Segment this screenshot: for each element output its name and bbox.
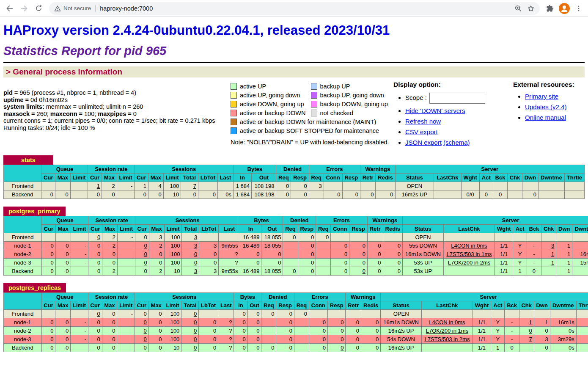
cell-econ: 0	[331, 242, 349, 250]
display-option-link[interactable]: Refresh now	[405, 118, 441, 125]
column-header-smax: Max	[149, 225, 164, 233]
proxy-name[interactable]: postgres_replicas	[3, 283, 66, 292]
display-option-link[interactable]: Hide 'DOWN' servers	[405, 107, 465, 114]
external-resource-link[interactable]: Updates (v2.4)	[525, 103, 566, 110]
display-option-link[interactable]: (schema)	[443, 139, 470, 146]
column-group-header: Sessions	[135, 293, 234, 301]
column-header-thrtle: Thrtle	[576, 301, 588, 310]
cell-wretr: 0	[346, 335, 361, 344]
proxy-name[interactable]: postgres_primary	[3, 207, 66, 216]
cell-lbtot: 0	[199, 335, 218, 344]
cell-qlimit	[70, 182, 88, 190]
cell-bck: -	[527, 242, 541, 250]
cell-status: 16m2s UP	[381, 327, 422, 335]
display-option-link[interactable]: JSON export	[405, 139, 442, 146]
cell-rate-cur: 0	[88, 259, 102, 267]
back-button[interactable]	[3, 1, 17, 16]
extensions-icon[interactable]	[543, 4, 557, 13]
stats-table: QueueSession rateSessionsBytesDeniedErro…	[3, 216, 588, 276]
column-group-header: Session rate	[88, 216, 135, 225]
section-heading: > General process information	[3, 66, 585, 77]
cell-rate-max: 0	[102, 190, 117, 199]
cell-econ: 0	[309, 335, 327, 344]
profile-avatar[interactable]	[557, 3, 572, 14]
cell-last: 9m55s	[219, 242, 240, 250]
cell-eresp: 0	[327, 318, 346, 327]
cell-rate-cur: 1	[88, 182, 102, 190]
cell-weight: 1/1	[495, 242, 513, 250]
not-secure-label: Not secure	[63, 5, 91, 11]
scope-input[interactable]	[429, 93, 485, 104]
cell-bck	[493, 182, 507, 190]
column-header-chk: Chk	[541, 225, 556, 233]
cell-act: Y	[513, 259, 527, 267]
cell-status: 53s UP	[402, 267, 443, 276]
column-header-bck: Bck	[493, 174, 507, 182]
cell-eresp: 0	[349, 242, 368, 250]
process-info-line: maxsock = 260; maxconn = 100; maxpipes =…	[3, 110, 231, 118]
forward-button[interactable]	[17, 1, 31, 16]
column-group-header: Server	[381, 293, 588, 301]
cell-lbtot: 0	[198, 190, 217, 199]
row-name: node-1	[4, 318, 42, 327]
cell-chk	[519, 344, 534, 352]
display-option-link[interactable]: CSV export	[405, 128, 438, 135]
column-group-header: Denied	[283, 216, 316, 225]
cell-bytes-out: 18 055	[261, 233, 283, 242]
legend-label: active DOWN, going up	[237, 101, 311, 108]
table-row: Backend00000010000s1 684108 19800000016m…	[4, 190, 585, 199]
menu-kebab-icon[interactable]	[572, 5, 585, 12]
cell-dwntme: 3m29s	[550, 335, 576, 344]
cell-scur: 0	[135, 250, 149, 259]
cell-dwntme: 15m8s	[572, 259, 588, 267]
cell-lastchk	[443, 233, 495, 242]
column-header-rate-cur: Cur	[88, 301, 102, 310]
row-name: node-3	[4, 335, 42, 344]
site-security-chip[interactable]: Not secure	[54, 5, 91, 12]
cell-qmax: 0	[55, 327, 71, 335]
process-info-line: Running tasks: 0/24; idle = 100 %	[3, 124, 231, 132]
zoom-icon[interactable]	[512, 5, 525, 12]
cell-dwntme: 16m1s	[550, 318, 576, 327]
cell-stotal: 0	[181, 190, 198, 199]
column-header-eresp: Resp	[327, 301, 346, 310]
address-bar[interactable]: Not secure haproxy-node:7000	[49, 2, 540, 15]
column-header-dwn: Dwn	[556, 225, 572, 233]
cell-wredis: 0	[361, 335, 380, 344]
cell-bytes-in: 16 489	[240, 233, 261, 242]
cell-weight	[495, 233, 513, 242]
cell-stotal: 7	[181, 182, 198, 190]
cell-bytes-in: 0	[234, 318, 247, 327]
cell-rate-limit: -	[117, 310, 135, 318]
cell-dwntme	[538, 182, 564, 190]
puzzle-icon	[546, 4, 554, 13]
cell-act: Y	[491, 327, 505, 335]
haproxy-version-link[interactable]: HAProxy version 2.4.24-0ubuntu0.22.04.1,…	[3, 23, 390, 38]
cell-scur: 1	[135, 182, 148, 190]
cell-last: 0s	[217, 190, 233, 199]
external-resource-link[interactable]: Online manual	[525, 114, 566, 121]
column-group-header: Denied	[261, 293, 294, 301]
column-header-dresp: Resp	[276, 301, 294, 310]
proxy-name[interactable]: stats	[3, 155, 53, 165]
cell-qmax	[55, 233, 71, 242]
cell-qcur: 0	[41, 242, 55, 250]
reload-button[interactable]	[31, 1, 46, 16]
column-header-act: Act	[491, 301, 505, 310]
cell-eresp: 0	[349, 250, 368, 259]
cell-ereq	[316, 242, 331, 250]
cell-bytes-in: 0	[234, 327, 247, 335]
cell-dresp: 0	[276, 327, 294, 335]
cell-dresp: 0	[298, 250, 316, 259]
cell-smax: 0	[148, 327, 164, 335]
cell-qcur: 0	[41, 259, 55, 267]
cell-lbtot: 0	[199, 344, 218, 352]
bookmark-star-icon[interactable]	[525, 5, 537, 12]
cell-rate-limit: -	[118, 233, 135, 242]
cell-chk: 0	[519, 327, 534, 335]
column-group-header: Bytes	[234, 165, 276, 174]
cell-bytes-out: 18 055	[261, 242, 283, 250]
external-resource-link[interactable]: Primary site	[525, 93, 558, 100]
cell-bck	[527, 233, 541, 242]
cell-qlimit: -	[71, 250, 88, 259]
